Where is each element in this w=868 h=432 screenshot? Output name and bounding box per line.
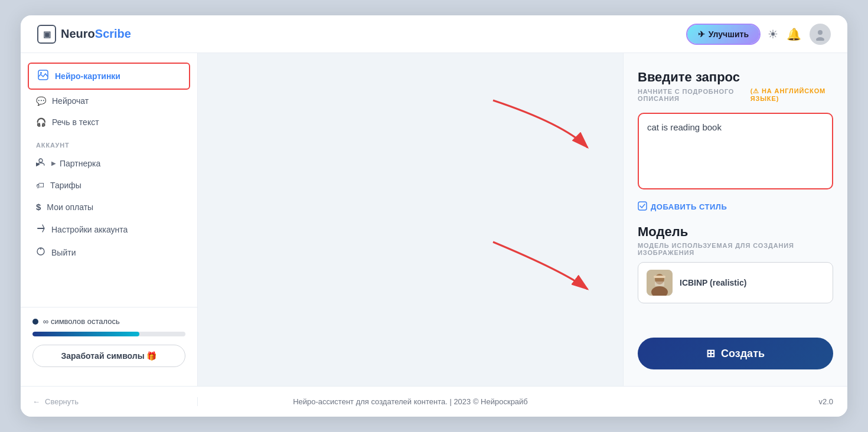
header: ▣ NeuroScribe ✈ Улучшить ☀ 🔔 xyxy=(21,15,847,53)
sidebar-bottom: ∞ символов осталось Заработай символы 🎁 xyxy=(21,307,197,377)
upgrade-label: Улучшить xyxy=(709,30,749,39)
sidebar-item-tariffs[interactable]: 🏷 Тарифы xyxy=(28,175,190,195)
right-panel: Введите запрос НАЧНИТЕ С ПОДРОБНОГО ОПИС… xyxy=(623,53,847,386)
sidebar-item-neuro-pictures[interactable]: Нейро-картинки xyxy=(28,63,190,90)
sun-icon[interactable]: ☀ xyxy=(768,28,778,41)
model-name: ICBINP (realistic) xyxy=(680,278,746,287)
payments-icon: $ xyxy=(36,202,41,212)
speech-label: Речь в текст xyxy=(52,117,99,127)
model-option: ICBINP (realistic) xyxy=(638,263,833,303)
logo-text: NeuroScribe xyxy=(61,27,131,41)
model-title: Модель xyxy=(638,224,833,240)
model-subtitle: МОДЕЛЬ ИСПОЛЬЗУЕМАЯ ДЛЯ СОЗДАНИЯ ИЗОБРАЖ… xyxy=(638,242,833,256)
symbols-dot xyxy=(32,319,38,325)
query-subtitle: НАЧНИТЕ С ПОДРОБНОГО ОПИСАНИЯ (⚠ НА АНГЛ… xyxy=(638,87,833,102)
model-section: Модель МОДЕЛЬ ИСПОЛЬЗУЕМАЯ ДЛЯ СОЗДАНИЯ … xyxy=(638,224,833,303)
footer-version: v2.0 xyxy=(623,397,847,406)
tariffs-icon: 🏷 xyxy=(36,181,44,190)
body: Нейро-картинки 💬 Нейрочат 🎧 Речь в текст… xyxy=(21,53,847,386)
add-style-button[interactable]: добавить стиль xyxy=(638,200,833,214)
earn-symbols-button[interactable]: Заработай символы 🎁 xyxy=(32,345,185,367)
sidebar-item-speech-to-text[interactable]: 🎧 Речь в текст xyxy=(28,112,190,132)
sun-with-dot: ☀ xyxy=(768,27,778,41)
partner-icon: ▶ xyxy=(36,158,45,169)
partner-arrow: ▶ xyxy=(51,160,56,166)
logout-icon xyxy=(36,247,45,258)
sidebar-item-account-settings[interactable]: Настройки аккаунта xyxy=(28,218,190,240)
add-style-icon xyxy=(638,201,647,212)
symbols-row: ∞ символов осталось xyxy=(32,317,185,326)
bell-icon[interactable]: 🔔 xyxy=(787,27,801,41)
arrow-overlay xyxy=(198,53,623,386)
upgrade-icon: ✈ xyxy=(698,30,705,39)
neuro-chat-label: Нейрочат xyxy=(52,96,89,106)
main-canvas xyxy=(198,53,623,386)
svg-text:▶: ▶ xyxy=(36,161,40,167)
account-section-label: АККАУНТ xyxy=(28,133,190,152)
query-section: Введите запрос НАЧНИТЕ С ПОДРОБНОГО ОПИС… xyxy=(638,70,833,102)
query-subtitle-text: НАЧНИТЕ С ПОДРОБНОГО ОПИСАНИЯ xyxy=(638,88,748,102)
sidebar-nav: Нейро-картинки 💬 Нейрочат 🎧 Речь в текст… xyxy=(21,63,197,307)
collapse-icon: ← xyxy=(32,397,40,406)
svg-rect-15 xyxy=(654,276,665,278)
logout-label: Выйти xyxy=(51,248,76,257)
svg-point-1 xyxy=(816,37,824,41)
main-window: ▣ NeuroScribe ✈ Улучшить ☀ 🔔 xyxy=(21,15,847,417)
account-settings-label: Настройки аккаунта xyxy=(51,225,128,234)
collapse-label: Свернуть xyxy=(45,397,79,406)
create-icon: ⊞ xyxy=(706,347,715,360)
add-style-label: добавить стиль xyxy=(651,202,727,211)
prompt-textarea[interactable]: cat is reading book xyxy=(638,113,833,189)
model-thumbnail xyxy=(647,270,673,296)
svg-rect-10 xyxy=(638,202,647,210)
progress-bar xyxy=(32,332,185,336)
sidebar: Нейро-картинки 💬 Нейрочат 🎧 Речь в текст… xyxy=(21,53,198,386)
svg-rect-6 xyxy=(37,228,44,229)
sidebar-item-neuro-chat[interactable]: 💬 Нейрочат xyxy=(28,91,190,111)
footer: ← Свернуть Нейро-ассистент для создателе… xyxy=(21,386,847,417)
upgrade-button[interactable]: ✈ Улучшить xyxy=(687,25,759,44)
payments-label: Мои оплаты xyxy=(47,202,93,212)
neuro-pictures-label: Нейро-картинки xyxy=(55,71,120,81)
svg-point-3 xyxy=(40,72,42,74)
sidebar-item-payments[interactable]: $ Мои оплаты xyxy=(28,197,190,217)
avatar[interactable] xyxy=(810,24,831,45)
logo: ▣ NeuroScribe xyxy=(37,25,131,44)
sidebar-item-logout[interactable]: Выйти xyxy=(28,241,190,263)
query-subtitle-warn: (⚠ НА АНГЛИЙСКОМ ЯЗЫКЕ) xyxy=(750,87,833,102)
svg-point-0 xyxy=(818,30,823,35)
neuro-chat-icon: 💬 xyxy=(36,96,46,106)
model-select-box[interactable]: ICBINP (realistic) xyxy=(638,262,833,303)
tariffs-label: Тарифы xyxy=(50,181,81,190)
settings-icon xyxy=(36,224,45,235)
partner-label: Партнерка xyxy=(60,159,100,168)
query-title: Введите запрос xyxy=(638,70,833,85)
speech-icon: 🎧 xyxy=(36,117,46,127)
header-right: ✈ Улучшить ☀ 🔔 xyxy=(687,24,831,45)
footer-center-text: Нейро-ассистент для создателей контента.… xyxy=(198,397,623,406)
svg-rect-14 xyxy=(655,282,664,286)
symbols-label: ∞ символов осталось xyxy=(43,317,120,326)
create-button[interactable]: ⊞ Создать xyxy=(638,338,833,369)
progress-bar-fill xyxy=(32,332,139,336)
collapse-button[interactable]: ← Свернуть xyxy=(21,397,198,406)
neuro-pictures-icon xyxy=(37,70,49,83)
create-label: Создать xyxy=(721,348,765,360)
sidebar-item-partner[interactable]: ▶ ▶ Партнерка xyxy=(28,152,190,174)
logo-icon: ▣ xyxy=(37,25,56,44)
